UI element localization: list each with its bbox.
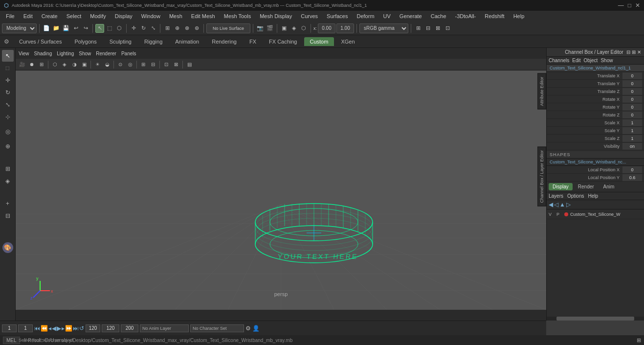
maximize-button[interactable]: □ — [628, 2, 631, 9]
skip-start-btn[interactable]: ⏮ — [34, 325, 40, 332]
new-file-icon[interactable]: 📄 — [42, 24, 51, 33]
layer-prev-btn[interactable]: ◀ — [549, 201, 553, 208]
display-mode-sidebar[interactable]: ⊞ — [2, 163, 14, 175]
char-set-select[interactable]: No Character Set — [190, 324, 244, 332]
save-icon[interactable]: 💾 — [62, 24, 70, 33]
menu--3dtoall-[interactable]: -3DtoAll- — [451, 12, 480, 20]
layer-visibility[interactable]: V — [549, 212, 555, 217]
snap-surface-icon[interactable]: ⊛ — [192, 24, 201, 33]
menu-file[interactable]: File — [2, 12, 19, 20]
layout-sidebar[interactable]: ⊟ — [2, 210, 14, 222]
module-tab-xgen[interactable]: XGen — [335, 37, 360, 46]
scale-sidebar[interactable]: ⤡ — [2, 99, 14, 111]
channel-value-input[interactable] — [622, 112, 642, 118]
vp-shadow-btn[interactable]: ◒ — [103, 60, 111, 69]
camera-sidebar[interactable]: + — [2, 198, 14, 209]
menu-help[interactable]: Help — [510, 12, 529, 20]
move-tool-icon[interactable]: ✛ — [129, 24, 138, 33]
viewport-3d[interactable]: YOUR TEXT HERE x y z persp — [16, 70, 546, 310]
prev-frame-btn[interactable]: ◂ — [48, 325, 51, 332]
module-tab-polygons[interactable]: Polygons — [68, 37, 102, 46]
coord-y[interactable]: 1.00 — [336, 23, 354, 33]
menu-create[interactable]: Create — [38, 12, 62, 20]
play-back-btn[interactable]: ◀ — [52, 325, 56, 332]
move-sidebar[interactable]: ✛ — [2, 74, 14, 86]
channel-value-input[interactable] — [622, 119, 642, 126]
channel-value-input[interactable] — [622, 72, 642, 79]
anim-prefs-btn[interactable]: ⚙ — [245, 325, 251, 332]
menu-edit[interactable]: Edit — [20, 12, 37, 20]
paint-select-sidebar[interactable]: ⬚ — [2, 62, 14, 74]
next-frame-btn[interactable]: ▸ — [62, 325, 65, 332]
lasso-tool-icon[interactable]: ⬚ — [105, 24, 114, 33]
rotate-tool-icon[interactable]: ↻ — [139, 24, 148, 33]
loop-btn[interactable]: ↺ — [79, 325, 84, 332]
end-frame-input[interactable] — [102, 324, 119, 332]
vp-bookmark-btn[interactable]: ⊞ — [37, 60, 46, 69]
snap-grid-icon[interactable]: ⊞ — [163, 24, 172, 33]
vp-wireframe-btn[interactable]: ⬡ — [50, 60, 59, 69]
rotate-sidebar[interactable]: ↻ — [2, 87, 14, 98]
vp-texture-btn[interactable]: ▣ — [80, 60, 89, 69]
scale-tool-icon[interactable]: ⤡ — [149, 24, 157, 33]
channel-value-input[interactable] — [622, 104, 642, 111]
vp-isolate-btn[interactable]: ◎ — [126, 60, 134, 69]
help-icon[interactable]: ⊞ — [637, 337, 641, 344]
layer-tab-display[interactable]: Display — [549, 183, 573, 190]
menu-window[interactable]: Window — [137, 12, 164, 20]
mode-dropdown[interactable]: Modeling — [2, 23, 37, 33]
vp-light-btn[interactable]: ☀ — [93, 60, 102, 69]
module-tab-rigging[interactable]: Rigging — [138, 37, 168, 46]
menu-redshift[interactable]: Redshift — [481, 12, 508, 20]
minimize-button[interactable]: — — [618, 2, 624, 9]
menu-modify[interactable]: Modify — [86, 12, 110, 20]
frame-range-end[interactable] — [86, 324, 100, 332]
layout-icon-1[interactable]: ⊞ — [414, 24, 422, 33]
redo-icon[interactable]: ↪ — [81, 24, 90, 33]
menu-curves[interactable]: Curves — [297, 12, 322, 20]
select-tool-icon[interactable]: ↖ — [95, 24, 104, 33]
vp-camera-btn[interactable]: 🎥 — [18, 60, 26, 69]
layer-item[interactable]: V P Custom_Text_Silicone_W — [547, 209, 644, 219]
channel-box-controls[interactable]: ⊟ ⊞ ✕ — [626, 49, 641, 55]
layout-icon-2[interactable]: ⊟ — [423, 24, 432, 33]
channel-value-input[interactable] — [622, 96, 642, 103]
viewport-menu-show[interactable]: Show — [79, 51, 91, 56]
layer-menu-layers[interactable]: Layers — [549, 193, 563, 199]
module-settings-icon[interactable]: ⚙ — [4, 38, 9, 45]
frame-range-start[interactable] — [18, 324, 33, 332]
menu-deform[interactable]: Deform — [353, 12, 378, 20]
channel-value-input[interactable] — [622, 88, 642, 95]
menu-generate[interactable]: Generate — [396, 12, 426, 20]
menu-select[interactable]: Select — [63, 12, 86, 20]
gamma-select[interactable]: sRGB gamma — [359, 23, 408, 33]
channel-value-input[interactable] — [622, 174, 642, 181]
layer-up-btn[interactable]: ▲ — [559, 201, 565, 208]
module-tab-sculpting[interactable]: Sculpting — [104, 37, 137, 46]
channel-value-input[interactable] — [622, 127, 642, 134]
channel-value-input[interactable] — [622, 166, 642, 173]
layer-tab-anim[interactable]: Anim — [600, 183, 619, 190]
soft-select-sidebar[interactable]: ◎ — [2, 126, 14, 138]
open-file-icon[interactable]: 📁 — [52, 24, 61, 33]
viewport-menu-lighting[interactable]: Lighting — [57, 51, 74, 56]
module-tab-curves--surfaces[interactable]: Curves / Surfaces — [13, 37, 67, 46]
layer-scroll-thumb[interactable] — [556, 317, 634, 321]
vp-record-btn[interactable]: ⏺ — [27, 60, 36, 69]
attribute-editor-tab[interactable]: Attribute Editor — [537, 73, 546, 110]
menu-display[interactable]: Display — [111, 12, 136, 20]
module-tab-custom[interactable]: Custom — [304, 37, 334, 46]
skip-end-btn[interactable]: ⏭ — [73, 325, 79, 332]
menu-mesh[interactable]: Mesh — [165, 12, 186, 20]
snap-point-icon[interactable]: ⊗ — [182, 24, 191, 33]
layer-pick[interactable]: P — [556, 212, 562, 217]
cb-menu-show[interactable]: Show — [600, 58, 613, 63]
prev-key-btn[interactable]: ⏪ — [41, 325, 48, 332]
module-tab-animation[interactable]: Animation — [169, 37, 205, 46]
paint-3d-sidebar[interactable]: 🎨 — [2, 242, 13, 253]
isolate-sidebar[interactable]: ◈ — [2, 175, 14, 187]
texture-icon[interactable]: ⬡ — [299, 24, 308, 33]
menu-mesh-tools[interactable]: Mesh Tools — [220, 12, 255, 20]
layer-tab-render[interactable]: Render — [574, 183, 598, 190]
wireframe-icon[interactable]: ▣ — [280, 24, 289, 33]
